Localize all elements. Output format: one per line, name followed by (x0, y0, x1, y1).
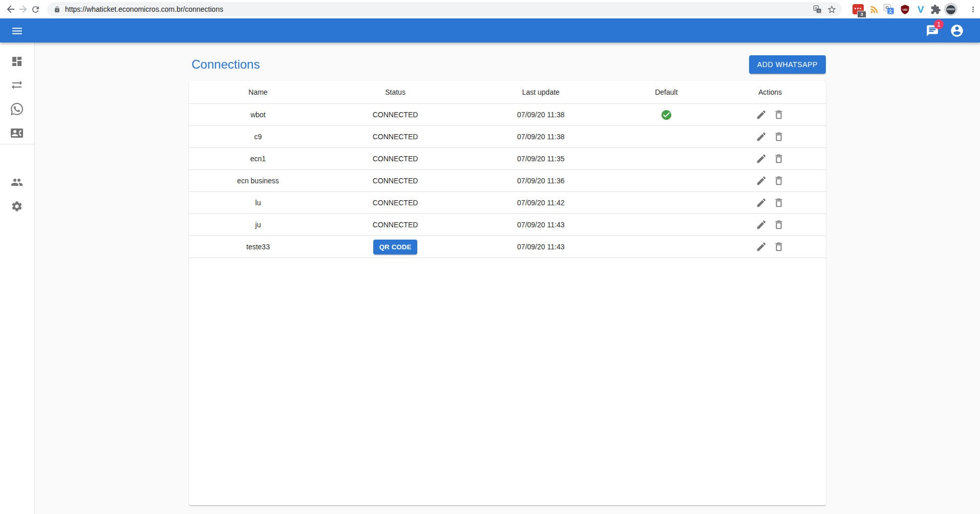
connection-name: ecn business (189, 170, 327, 192)
add-whatsapp-button[interactable]: ADD WHATSAPP (749, 55, 826, 74)
delete-trash-icon (773, 131, 784, 142)
connection-last-update: 07/09/20 11:43 (463, 214, 618, 236)
url-text[interactable]: https://whaticket.economicros.com.br/con… (65, 5, 813, 13)
forward-icon (17, 4, 29, 15)
connection-status: CONNECTED (373, 133, 418, 141)
connection-last-update: 07/09/20 11:38 (463, 104, 618, 126)
edit-pencil-icon (756, 175, 767, 186)
sync-alt-icon (11, 79, 23, 91)
connection-last-update: 07/09/20 11:35 (463, 148, 618, 170)
account-circle-icon (950, 24, 964, 38)
delete-trash-icon (773, 219, 784, 230)
delete-connection-button[interactable] (773, 153, 784, 164)
edit-connection-button[interactable] (756, 153, 767, 164)
screen: https://whaticket.economicros.com.br/con… (0, 0, 980, 514)
edit-connection-button[interactable] (756, 109, 767, 120)
delete-connection-button[interactable] (773, 109, 784, 120)
delete-connection-button[interactable] (773, 197, 784, 208)
omnibox[interactable]: https://whaticket.economicros.com.br/con… (47, 2, 842, 16)
connection-name: wbot (189, 104, 327, 126)
table-row: lu CONNECTED 07/09/20 11:42 (189, 192, 826, 214)
page-title: Connections (191, 57, 260, 72)
edit-connection-button[interactable] (756, 175, 767, 186)
delete-trash-icon (773, 109, 784, 120)
table-row: ju CONNECTED 07/09/20 11:43 (189, 214, 826, 236)
sidebar-item-connections[interactable] (11, 79, 23, 91)
connection-last-update: 07/09/20 11:38 (463, 126, 618, 148)
table-row: wbot CONNECTED 07/09/20 11:38 (189, 104, 826, 126)
sidebar-item-tickets[interactable] (11, 103, 23, 115)
menu-button[interactable] (8, 25, 26, 37)
connection-name: c9 (189, 126, 327, 148)
red-dots-extension-icon[interactable]: 3 (852, 3, 864, 15)
refresh-icon (31, 5, 40, 14)
sidebar-item-contacts[interactable] (11, 127, 23, 139)
connection-last-update: 07/09/20 11:42 (463, 192, 618, 214)
connection-name: lu (189, 192, 327, 214)
delete-trash-icon (773, 197, 784, 208)
connection-status: CONNECTED (373, 177, 418, 185)
edit-connection-button[interactable] (756, 241, 767, 252)
whatsapp-icon (11, 103, 23, 115)
column-header-last-update: Last update (463, 81, 618, 104)
edit-connection-button[interactable] (756, 219, 767, 230)
delete-trash-icon (773, 241, 784, 252)
delete-connection-button[interactable] (773, 131, 784, 142)
edit-pencil-icon (756, 241, 767, 252)
ublock-extension-icon[interactable]: UO (899, 3, 911, 15)
sidebar-item-settings[interactable] (11, 200, 23, 212)
table-row: ecn1 CONNECTED 07/09/20 11:35 (189, 148, 826, 170)
forward-button[interactable] (17, 3, 29, 15)
edit-connection-button[interactable] (756, 131, 767, 142)
page-header: Connections ADD WHATSAPP (189, 55, 826, 74)
delete-connection-button[interactable] (773, 241, 784, 252)
table-header-row: Name Status Last update Default Actions (189, 81, 826, 104)
delete-connection-button[interactable] (773, 175, 784, 186)
delete-connection-button[interactable] (773, 219, 784, 230)
qr-code-button[interactable]: QR CODE (373, 240, 418, 254)
translate-extension-icon[interactable]: G文 (883, 3, 895, 15)
edit-connection-button[interactable] (756, 197, 767, 208)
people-icon (11, 176, 23, 188)
svg-text:UO: UO (902, 7, 907, 11)
sidebar-divider (0, 144, 34, 144)
puzzle-extensions-icon[interactable] (929, 3, 942, 15)
sidebar (0, 42, 35, 514)
bookmark-star-icon[interactable] (827, 5, 837, 14)
column-header-default: Default (618, 81, 714, 104)
connection-name: ecn1 (189, 148, 327, 170)
edit-pencil-icon (756, 109, 767, 120)
edit-pencil-icon (756, 197, 767, 208)
profile-avatar[interactable] (944, 3, 957, 16)
svg-text:文: 文 (817, 9, 820, 12)
table-row: teste33 QR CODE 07/09/20 11:43 (189, 236, 826, 258)
table-row: ecn business CONNECTED 07/09/20 11:36 (189, 170, 826, 192)
svg-text:文: 文 (888, 9, 893, 14)
back-icon (5, 4, 16, 15)
column-header-actions: Actions (714, 81, 826, 104)
account-button[interactable] (950, 24, 964, 38)
edit-pencil-icon (756, 131, 767, 142)
menu-kebab-icon[interactable] (967, 3, 979, 15)
table-row: c9 CONNECTED 07/09/20 11:38 (189, 126, 826, 148)
refresh-button[interactable] (29, 3, 41, 15)
contact-phone-icon (11, 127, 23, 139)
delete-trash-icon (773, 175, 784, 186)
delete-trash-icon (773, 153, 784, 164)
connection-status: CONNECTED (373, 155, 418, 163)
translate-page-icon[interactable]: G文 (813, 5, 822, 14)
connection-name: ju (189, 214, 327, 236)
sidebar-item-dashboard[interactable] (11, 55, 23, 68)
connection-status: CONNECTED (373, 221, 418, 229)
column-header-status: Status (327, 81, 463, 104)
sidebar-item-users[interactable] (11, 176, 23, 188)
main-content: Connections ADD WHATSAPP Name Status Las… (35, 42, 980, 514)
connections-card: Name Status Last update Default Actions … (189, 81, 826, 505)
rss-extension-icon[interactable] (868, 3, 880, 15)
settings-gear-icon (11, 200, 23, 212)
edit-pencil-icon (756, 153, 767, 164)
vimeo-extension-icon[interactable]: V (914, 3, 927, 15)
default-check-icon (661, 109, 672, 121)
column-header-name: Name (189, 81, 327, 104)
back-button[interactable] (5, 3, 17, 15)
